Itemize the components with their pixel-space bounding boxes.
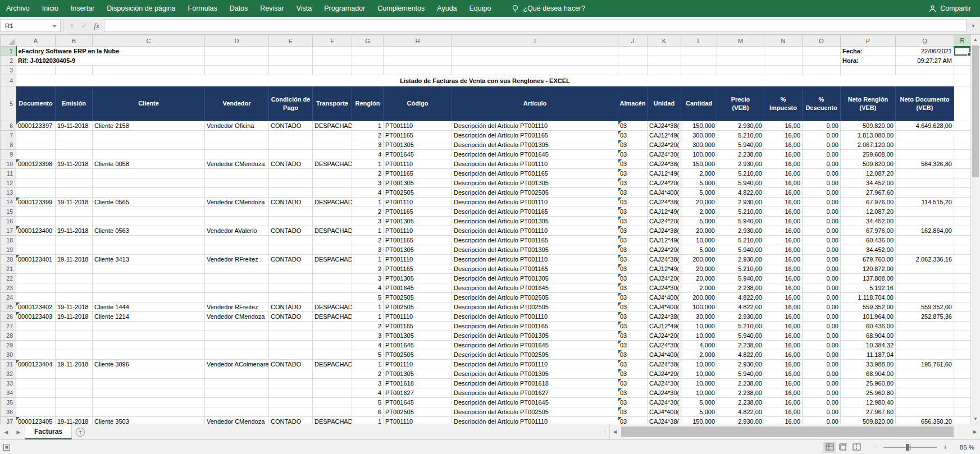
cell-O2[interactable] <box>803 56 841 66</box>
cell-I9[interactable]: Descripción del Artículo PT001645 <box>452 150 618 159</box>
cell-I7[interactable]: Descripción del Artículo PT001165 <box>452 131 618 140</box>
cell-L14[interactable]: 20,000 <box>681 198 717 207</box>
cell-H10[interactable]: PT001110 <box>384 159 452 169</box>
cell-E3[interactable] <box>269 66 313 75</box>
cell-E35[interactable] <box>269 398 313 407</box>
row-header-19[interactable]: 19 <box>1 245 16 255</box>
cell-Q22[interactable] <box>896 274 954 283</box>
cell-M36[interactable]: 4.822,00 <box>717 407 764 417</box>
cell-J13[interactable]: 03 <box>618 188 648 198</box>
cell-I21[interactable]: Descripción del Artículo PT001165 <box>452 264 618 274</box>
row-header-11[interactable]: 11 <box>1 169 16 178</box>
cell-E7[interactable] <box>269 131 313 140</box>
cell-J19[interactable]: 03 <box>618 245 648 255</box>
cell-J17[interactable]: 03 <box>618 226 648 236</box>
cell-B13[interactable] <box>56 188 93 198</box>
cell-O1[interactable] <box>803 47 841 56</box>
cell-O6[interactable]: 0,00 <box>803 121 841 131</box>
cell-J11[interactable]: 03 <box>618 169 648 178</box>
cell-P16[interactable]: 34.452,00 <box>841 217 896 226</box>
cell-E11[interactable] <box>269 169 313 178</box>
cell-B15[interactable] <box>56 207 93 217</box>
cell-K1[interactable] <box>648 47 681 56</box>
cell-M3[interactable] <box>717 66 764 75</box>
horizontal-scroll-thumb[interactable] <box>621 427 954 437</box>
cell-L2[interactable] <box>681 56 717 66</box>
cell-H16[interactable]: PT001305 <box>384 217 452 226</box>
table-header-M[interactable]: Precio (VEB) <box>717 86 764 121</box>
cell-L29[interactable]: 4,000 <box>681 341 717 350</box>
cell-K16[interactable]: CAJ24*20( <box>648 217 681 226</box>
zoom-out-icon[interactable]: − <box>871 443 880 451</box>
cell-E25[interactable]: CONTADO <box>269 302 313 312</box>
cell-O16[interactable]: 0,00 <box>803 217 841 226</box>
cell-I20[interactable]: Descripción del Artículo PT001110 <box>452 255 618 264</box>
cell-K37[interactable]: CAJ24*38( <box>648 417 681 424</box>
cell-C37[interactable]: Cliente 3503 <box>93 417 205 424</box>
cell-E1[interactable] <box>269 47 313 56</box>
cell-H27[interactable]: PT001165 <box>384 322 452 331</box>
cell-R30[interactable] <box>954 350 971 360</box>
row-header-12[interactable]: 12 <box>1 178 16 188</box>
zoom-slider[interactable] <box>883 447 937 448</box>
cell-R26[interactable] <box>954 312 971 322</box>
cell-J16[interactable]: 03 <box>618 217 648 226</box>
column-header-M[interactable]: M <box>717 35 764 47</box>
cell-D3[interactable] <box>205 66 269 75</box>
cell-N34[interactable]: 16,00 <box>764 388 803 398</box>
cell-M17[interactable]: 2.930,00 <box>717 226 764 236</box>
cell-O31[interactable]: 0,00 <box>803 360 841 369</box>
cell-E37[interactable]: CONTADO <box>269 417 313 424</box>
cell-A3[interactable] <box>16 66 56 75</box>
cell-H32[interactable]: PT001305 <box>384 369 452 379</box>
cell-E34[interactable] <box>269 388 313 398</box>
cell-L28[interactable]: 10,000 <box>681 331 717 341</box>
cell-G32[interactable]: 2 <box>352 369 384 379</box>
cell-G17[interactable]: 1 <box>352 226 384 236</box>
column-header-A[interactable]: A <box>16 35 56 47</box>
cell-D12[interactable] <box>205 178 269 188</box>
cell-E17[interactable]: CONTADO <box>269 226 313 236</box>
cell-J12[interactable]: 03 <box>618 178 648 188</box>
cell-P12[interactable]: 34.452,00 <box>841 178 896 188</box>
cell-M28[interactable]: 5.940,00 <box>717 331 764 341</box>
cell-I18[interactable]: Descripción del Artículo PT001165 <box>452 236 618 245</box>
cell-R25[interactable] <box>954 302 971 312</box>
column-header-J[interactable]: J <box>618 35 648 47</box>
cell-A11[interactable] <box>16 169 56 178</box>
cell-K9[interactable]: CAJ24*30( <box>648 150 681 159</box>
cell-O17[interactable]: 0,00 <box>803 226 841 236</box>
cell-N6[interactable]: 16,00 <box>764 121 803 131</box>
table-header-B[interactable]: Emisión <box>56 86 93 121</box>
cell-O28[interactable]: 0,00 <box>803 331 841 341</box>
cell-L27[interactable]: 10,000 <box>681 322 717 331</box>
column-header-L[interactable]: L <box>681 35 717 47</box>
cell-H37[interactable]: PT001110 <box>384 417 452 424</box>
cell-J22[interactable]: 03 <box>618 274 648 283</box>
cell-P15[interactable]: 12.087,20 <box>841 207 896 217</box>
table-header-G[interactable]: Renglón <box>352 86 384 121</box>
cell-D25[interactable]: Vendedor RFreitez <box>205 302 269 312</box>
cell-J7[interactable]: 03 <box>618 131 648 140</box>
cell-P14[interactable]: 67.976,00 <box>841 198 896 207</box>
cell-C21[interactable] <box>93 264 205 274</box>
cell-D27[interactable] <box>205 322 269 331</box>
cell-C24[interactable] <box>93 293 205 302</box>
cell-D24[interactable] <box>205 293 269 302</box>
cell-Q8[interactable] <box>896 140 954 150</box>
cell-J36[interactable]: 03 <box>618 407 648 417</box>
cell-J30[interactable]: 03 <box>618 350 648 360</box>
cell-I37[interactable]: Descripción del Artículo PT001110 <box>452 417 618 424</box>
cell-M35[interactable]: 2.238,00 <box>717 398 764 407</box>
cell-I13[interactable]: Descripción del Artículo PT002505 <box>452 188 618 198</box>
cell-R4[interactable] <box>954 75 971 86</box>
row-header-18[interactable]: 18 <box>1 236 16 245</box>
cell-F18[interactable] <box>313 236 352 245</box>
cell-G26[interactable]: 1 <box>352 312 384 322</box>
cell-K2[interactable] <box>648 56 681 66</box>
row-header-14[interactable]: 14 <box>1 198 16 207</box>
cell-G29[interactable]: 4 <box>352 341 384 350</box>
ribbon-tab-revisar[interactable]: Revisar <box>254 0 290 17</box>
cell-O20[interactable]: 0,00 <box>803 255 841 264</box>
cell-Q15[interactable] <box>896 207 954 217</box>
